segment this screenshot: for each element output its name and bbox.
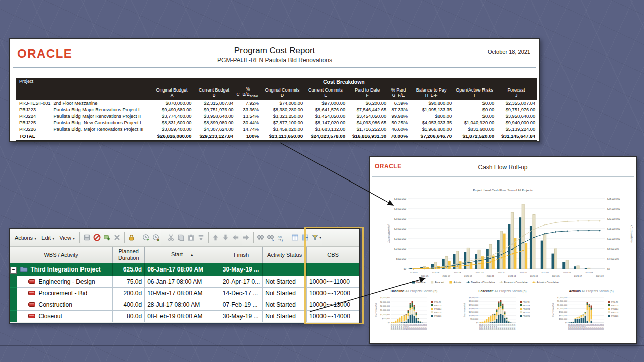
toolbar-separator: [79, 232, 80, 243]
toolbar-paste-icon[interactable]: [187, 233, 196, 242]
mini-chart-title: Forecast: All Projects Shown (5): [461, 289, 544, 294]
activity-status-cell[interactable]: Not Started: [263, 276, 307, 288]
svg-text:PRJ225: PRJ225: [434, 311, 442, 314]
finish-cell[interactable]: 07-Feb-19 ...: [220, 299, 262, 311]
toolbar-columns-icon[interactable]: [291, 233, 300, 242]
activity-status-cell[interactable]: Not Started: [263, 299, 307, 311]
toolbar-save-icon[interactable]: [83, 233, 92, 242]
cbs-cell[interactable]: 10000~~11000: [307, 276, 359, 288]
activity-row[interactable]: Procurement - Bid200.0d10-Mar-17 08:00 A…: [10, 288, 359, 299]
toolbar-move-down-icon[interactable]: [221, 233, 230, 242]
cost-value: $8,899,080.00: [193, 119, 235, 126]
activity-row[interactable]: Construction400.0d28-Jul-17 08:00 AM07-F…: [10, 299, 359, 311]
cost-value: $24,023,578.00: [304, 132, 347, 140]
planned-duration-cell[interactable]: 75.0d: [113, 276, 145, 288]
cost-value: $3,323,250.00: [260, 113, 304, 119]
planned-duration-cell[interactable]: 625.0d: [113, 263, 145, 276]
svg-text:PRJ225: PRJ225: [523, 311, 530, 314]
svg-text:$8,000,000: $8,000,000: [607, 248, 619, 250]
cbs-cell[interactable]: 10000~~13000: [307, 299, 359, 311]
wbs-activity-name[interactable]: Closeout: [17, 311, 113, 322]
column-header-start[interactable]: Start▲: [145, 247, 220, 263]
planned-duration-cell[interactable]: 200.0d: [113, 288, 145, 299]
toolbar-add-row-icon[interactable]: [103, 233, 112, 242]
start-cell[interactable]: 08-Feb-19 08:00 AM: [145, 311, 220, 322]
cbs-cell[interactable]: 10000~~12000: [307, 288, 359, 299]
toolbar-move-up-icon[interactable]: [211, 233, 220, 242]
svg-text:PRJ223: PRJ223: [434, 304, 442, 307]
svg-text:$1,500,000: $1,500,000: [469, 311, 478, 313]
toolbar-cut-icon[interactable]: [167, 233, 176, 242]
toolbar-fill-down-icon[interactable]: [197, 233, 206, 242]
toolbar-find-icon[interactable]: [256, 233, 265, 242]
wbs-activity-name[interactable]: Procurement - Bid: [17, 288, 113, 299]
toolbar-schedule-icon[interactable]: [142, 233, 151, 242]
cost-value: $831,600.00: [453, 126, 496, 132]
menu-actions[interactable]: Actions ▾: [15, 235, 36, 241]
column-header-planned-duration[interactable]: Planned Duration: [113, 247, 145, 263]
chevron-down-icon: ▾: [52, 236, 54, 241]
finish-cell[interactable]: 30-May-19 ...: [220, 263, 262, 276]
cost-value: $3,774,400.00: [151, 113, 193, 119]
planned-duration-cell[interactable]: 80.0d: [113, 311, 145, 322]
activity-row[interactable]: Engineering - Design75.0d06-Jan-17 08:00…: [10, 276, 359, 288]
menu-edit[interactable]: Edit ▾: [41, 235, 54, 241]
wbs-activity-name[interactable]: Construction: [17, 299, 113, 311]
finish-cell[interactable]: 14-Dec-17 ...: [220, 288, 262, 299]
toolbar-lock-icon[interactable]: [127, 233, 136, 242]
toolbar-delete-icon[interactable]: [113, 233, 122, 242]
activity-status-cell[interactable]: Not Started: [263, 288, 307, 299]
toolbar-move-left-icon[interactable]: [231, 233, 240, 242]
svg-text:2020 04: 2020 04: [410, 271, 418, 274]
toolbar-layout-icon[interactable]: [301, 233, 310, 242]
toolbar-move-right-icon[interactable]: [242, 233, 251, 242]
planned-duration-cell[interactable]: 400.0d: [113, 299, 145, 311]
start-cell[interactable]: 28-Jul-17 08:00 AM: [145, 299, 220, 311]
wbs-project-row[interactable]: −Third Integration Project625.0d06-Jan-1…: [10, 263, 359, 276]
svg-text:$3,000,000: $3,000,000: [380, 297, 390, 299]
svg-text:2021 09: 2021 09: [596, 275, 604, 277]
toolbar-copy-icon[interactable]: [177, 233, 186, 242]
collapse-toggle[interactable]: −: [10, 263, 17, 276]
column-header-activity-status[interactable]: Activity Status: [263, 247, 307, 263]
menu-view[interactable]: View ▾: [59, 235, 75, 241]
start-cell[interactable]: 06-Jan-17 08:00 AM: [145, 276, 220, 288]
finish-cell[interactable]: 20-Apr-17 0...: [220, 276, 262, 288]
cost-value: $31,145,647.84: [496, 132, 537, 140]
collapse-minus-icon[interactable]: −: [10, 267, 17, 274]
filter-dropdown-caret[interactable]: ▾: [319, 235, 321, 240]
cost-value: 70.00%: [388, 132, 409, 140]
start-cell[interactable]: 06-Jan-17 08:00 AM: [145, 263, 220, 276]
project-id: PRJ226: [16, 126, 52, 132]
wbs-activity-name[interactable]: Third Integration Project: [17, 263, 113, 276]
cbs-cell[interactable]: [307, 263, 359, 276]
cost-value: $3,459,020.00: [260, 126, 304, 132]
column-header-finish[interactable]: Finish: [220, 247, 262, 263]
finish-cell[interactable]: 30-May-19 ...: [220, 311, 262, 322]
activity-status-cell[interactable]: [263, 263, 307, 276]
start-cell[interactable]: 10-Mar-17 08:00 AM: [145, 288, 220, 299]
toolbar-schedule-global-icon[interactable]: [152, 233, 161, 242]
cost-value: $800.00: [409, 113, 453, 119]
column-header-cbs[interactable]: CBS: [307, 247, 359, 263]
project-name: [52, 132, 151, 140]
wbs-activity-name[interactable]: Engineering - Design: [17, 276, 113, 288]
cbs-cell[interactable]: 10000~~14000: [307, 311, 359, 322]
cost-row: PRJ223Paulista Bldg Major Renovations Pr…: [16, 106, 537, 113]
activity-status-cell[interactable]: Not Started: [263, 311, 307, 322]
cost-value: $1,716,252.00: [347, 126, 388, 132]
column-header: Original CommitsD: [260, 85, 304, 100]
svg-text:$1,000,000: $1,000,000: [469, 315, 478, 317]
cost-value: $8,380,280.00: [260, 106, 304, 113]
svg-text:$0: $0: [565, 322, 567, 324]
toolbar-filter-icon[interactable]: [311, 233, 320, 242]
mini-chart-svg: $0$500,000$1,000,000$1,500,000$2,000,000…: [371, 295, 457, 341]
activity-row[interactable]: Closeout80.0d08-Feb-19 08:00 AM30-May-19…: [10, 311, 359, 322]
svg-text:Baseline: Baseline: [416, 281, 426, 284]
column-header: Current BudgetB: [193, 85, 235, 100]
toolbar-replace-icon[interactable]: aby: [276, 233, 285, 242]
toolbar-find-next-icon[interactable]: [266, 233, 275, 242]
desktop-background: ORACLE Program Cost Report PGM-PAUL-REN …: [0, 0, 644, 362]
toolbar-ban-icon[interactable]: [93, 233, 102, 242]
column-header-wbs-activity[interactable]: WBS / Activity: [10, 247, 113, 263]
